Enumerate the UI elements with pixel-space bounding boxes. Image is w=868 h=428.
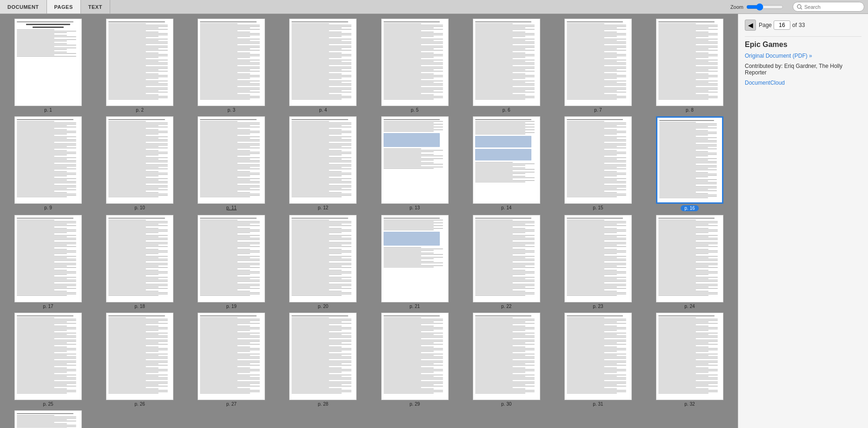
document-title: Epic Games [745,40,861,49]
page-item-31[interactable]: p. 31 [554,313,643,407]
page-item-1[interactable]: p. 1 [4,19,93,113]
page-item-2[interactable]: p. 2 [95,19,184,113]
page-label-27: p. 27 [226,401,237,407]
page-thumb-11[interactable] [198,116,265,204]
page-item-3[interactable]: p. 3 [187,19,276,113]
tab-pages[interactable]: PAGES [47,0,81,13]
page-thumb-30[interactable] [473,313,540,400]
page-label-28: p. 28 [318,401,328,407]
page-item-14[interactable]: p. 14 [462,116,551,211]
page-thumb-27[interactable] [198,313,265,400]
page-thumb-33[interactable] [14,410,82,428]
page-item-20[interactable]: p. 20 [278,215,367,309]
page-item-24[interactable]: p. 24 [645,215,734,309]
page-item-10[interactable]: p. 10 [95,116,184,211]
svg-line-1 [801,8,802,9]
page-thumb-22[interactable] [473,215,540,302]
page-label-6: p. 6 [503,107,510,113]
page-item-9[interactable]: p. 9 [4,116,93,211]
page-item-16[interactable]: p. 16 [645,116,734,211]
top-bar: DOCUMENT PAGES TEXT Zoom [0,0,868,14]
page-info: Page of 33 [759,20,805,30]
page-label-23: p. 23 [593,304,603,309]
page-thumb-17[interactable] [14,215,82,302]
page-thumb-25[interactable] [14,313,82,400]
page-item-8[interactable]: p. 8 [645,19,734,113]
zoom-area: Zoom [725,0,789,13]
documentcloud-logo[interactable]: DocumentCloud [745,80,861,86]
original-doc-link[interactable]: Original Document (PDF) » [745,53,861,59]
page-thumb-28[interactable] [289,313,357,400]
page-item-21[interactable]: p. 21 [371,215,459,309]
page-label-4: p. 4 [319,107,327,113]
page-thumb-20[interactable] [289,215,357,302]
page-label-29: p. 29 [410,401,420,407]
prev-page-button[interactable]: ◀ [745,20,756,31]
page-thumb-7[interactable] [564,19,632,106]
page-thumb-21[interactable] [381,215,449,302]
page-item-25[interactable]: p. 25 [4,313,93,407]
page-thumb-5[interactable] [381,19,449,106]
page-label-17: p. 17 [43,304,53,309]
page-thumb-6[interactable] [473,19,540,106]
page-item-30[interactable]: p. 30 [462,313,551,407]
search-input[interactable] [804,4,860,10]
page-label-22: p. 22 [501,304,511,309]
page-label-31: p. 31 [593,401,603,407]
page-thumb-3[interactable] [198,19,265,106]
page-thumb-16[interactable] [656,116,723,204]
page-item-13[interactable]: p. 13 [371,116,459,211]
page-thumb-31[interactable] [564,313,632,400]
page-item-5[interactable]: p. 5 [371,19,459,113]
page-thumb-29[interactable] [381,313,449,400]
page-label-14: p. 14 [501,205,511,210]
page-thumb-12[interactable] [289,116,357,204]
pages-area[interactable]: p. 1p. 2p. 3p. 4p. 5p. 6p. 7p. 8p. 9p. 1… [0,14,738,428]
page-thumb-8[interactable] [656,19,723,106]
page-thumb-14[interactable] [473,116,540,204]
page-thumb-13[interactable] [381,116,449,204]
page-thumb-10[interactable] [106,116,173,204]
page-item-4[interactable]: p. 4 [278,19,367,113]
page-item-26[interactable]: p. 26 [95,313,184,407]
page-item-29[interactable]: p. 29 [371,313,459,407]
page-item-7[interactable]: p. 7 [554,19,643,113]
tab-text[interactable]: TEXT [81,0,110,13]
page-thumb-9[interactable] [14,116,82,204]
page-item-32[interactable]: p. 32 [645,313,734,407]
page-item-23[interactable]: p. 23 [554,215,643,309]
page-thumb-23[interactable] [564,215,632,302]
page-thumb-15[interactable] [564,116,632,204]
page-thumb-18[interactable] [106,215,173,302]
page-thumb-24[interactable] [656,215,723,302]
page-item-22[interactable]: p. 22 [462,215,551,309]
zoom-slider[interactable] [746,3,783,11]
tab-document[interactable]: DOCUMENT [0,0,47,13]
page-item-27[interactable]: p. 27 [187,313,276,407]
page-thumb-32[interactable] [656,313,723,400]
page-thumb-26[interactable] [106,313,173,400]
page-item-17[interactable]: p. 17 [4,215,93,309]
page-label-13: p. 13 [410,205,420,210]
page-item-28[interactable]: p. 28 [278,313,367,407]
search-icon [797,4,802,10]
page-item-12[interactable]: p. 12 [278,116,367,211]
page-item-18[interactable]: p. 18 [95,215,184,309]
page-number-input[interactable] [774,20,790,30]
page-thumb-19[interactable] [198,215,265,302]
page-item-15[interactable]: p. 15 [554,116,643,211]
page-label-11: p. 11 [226,205,237,210]
page-item-6[interactable]: p. 6 [462,19,551,113]
page-thumb-1[interactable] [14,19,82,106]
page-label-16: p. 16 [681,205,698,211]
page-item-33[interactable]: p. 33 [4,410,93,428]
page-item-11[interactable]: p. 11 [187,116,276,211]
page-item-19[interactable]: p. 19 [187,215,276,309]
page-label-26: p. 26 [135,401,145,407]
svg-point-0 [797,5,801,8]
page-thumb-2[interactable] [106,19,173,106]
page-label-21: p. 21 [410,304,420,309]
page-thumb-4[interactable] [289,19,357,106]
main: p. 1p. 2p. 3p. 4p. 5p. 6p. 7p. 8p. 9p. 1… [0,14,868,428]
page-label-18: p. 18 [135,304,145,309]
